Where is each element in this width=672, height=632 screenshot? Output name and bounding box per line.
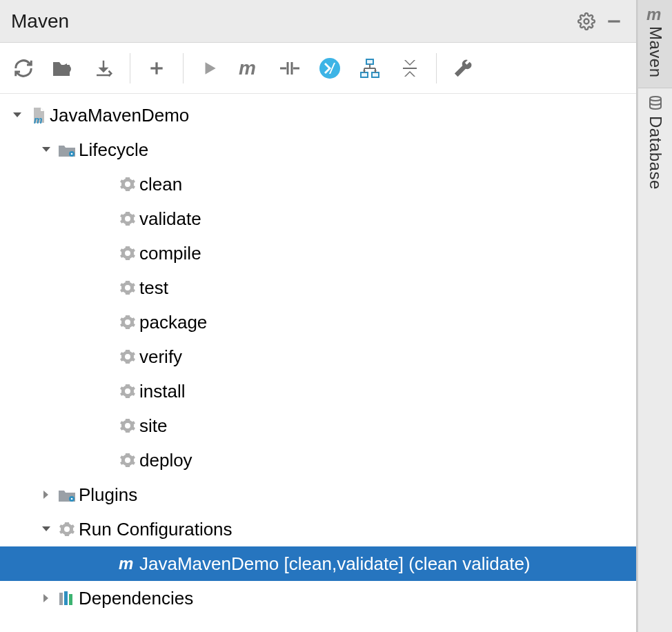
offline-icon: [279, 59, 301, 77]
run-button[interactable]: [190, 49, 229, 88]
tree-label: Dependencies: [79, 588, 193, 609]
skip-tests-button[interactable]: [310, 49, 349, 88]
tree-node-goal-install[interactable]: install: [0, 374, 636, 408]
chevron-down-icon: [7, 110, 28, 121]
tree-node-plugins[interactable]: Plugins: [0, 477, 636, 512]
tree-node-goal-site[interactable]: site: [0, 408, 636, 443]
gear-icon: [57, 521, 77, 537]
tree-node-project[interactable]: m JavaMavenDemo: [0, 98, 636, 132]
maven-settings-button[interactable]: [444, 49, 482, 88]
maven-tool-window: Maven: [0, 0, 638, 632]
download-icon: [93, 58, 114, 79]
tree-node-goal-test[interactable]: test: [0, 270, 636, 305]
svg-point-20: [71, 153, 73, 155]
chevron-right-icon: [36, 593, 57, 604]
diagram-icon: [359, 58, 380, 79]
tree-label: JavaMavenDemo: [50, 105, 189, 126]
tree-node-goal-package[interactable]: package: [0, 305, 636, 339]
execute-maven-goal-button[interactable]: m: [230, 49, 269, 88]
side-tab-database[interactable]: Database: [638, 88, 673, 199]
tree-node-goal-verify[interactable]: verify: [0, 339, 636, 374]
tree-node-dependencies[interactable]: Dependencies: [0, 581, 636, 615]
side-tab-maven[interactable]: m Maven: [638, 0, 673, 88]
tree-node-lifecycle[interactable]: Lifecycle: [0, 132, 636, 167]
gear-icon: [117, 417, 138, 434]
tree-label: JavaMavenDemo [clean,validate] (clean va…: [139, 553, 531, 575]
settings-button[interactable]: [573, 8, 600, 35]
tree-label: package: [139, 312, 207, 333]
tree-node-run-config-item[interactable]: m JavaMavenDemo [clean,validate] (clean …: [0, 546, 636, 581]
svg-rect-17: [403, 68, 417, 69]
skip-tests-icon: [319, 57, 341, 79]
maven-project-icon: m: [28, 106, 48, 124]
tree-label: Run Configurations: [79, 519, 233, 540]
toolbar-separator: [183, 53, 184, 83]
minimize-button[interactable]: [600, 8, 628, 35]
toolbar-separator: [130, 53, 130, 83]
svg-text:m: m: [239, 59, 256, 77]
tree-node-goal-validate[interactable]: validate: [0, 201, 636, 236]
plus-icon: [148, 59, 166, 77]
gear-icon: [117, 348, 138, 365]
svg-text:m: m: [646, 7, 661, 22]
tree-label: deploy: [139, 450, 192, 471]
folder-refresh-icon: [52, 58, 75, 79]
svg-rect-11: [361, 72, 368, 77]
tree-label: validate: [139, 208, 201, 230]
svg-text:m: m: [119, 556, 133, 571]
svg-rect-24: [59, 593, 63, 605]
side-tab-label: Maven: [646, 26, 665, 78]
generate-sources-button[interactable]: [44, 49, 83, 88]
svg-point-28: [650, 97, 661, 101]
svg-text:m: m: [34, 115, 42, 124]
tree-label: Lifecycle: [79, 139, 148, 161]
tree-node-goal-deploy[interactable]: deploy: [0, 443, 636, 477]
reload-button[interactable]: [4, 49, 43, 88]
chevron-down-icon: [36, 144, 57, 155]
toolbar: m: [0, 43, 636, 94]
add-project-button[interactable]: [137, 49, 176, 88]
tree-label: site: [139, 415, 167, 437]
tree-label: compile: [139, 243, 201, 264]
svg-rect-12: [372, 72, 379, 77]
gear-icon: [117, 279, 138, 296]
gear-icon: [117, 176, 138, 192]
folder-gear-icon: [57, 141, 77, 158]
library-icon: [57, 590, 77, 606]
tree-label: install: [139, 381, 185, 402]
reload-icon: [13, 58, 34, 79]
svg-rect-25: [64, 591, 68, 605]
side-tab-label: Database: [646, 116, 665, 190]
gear-icon: [117, 383, 138, 399]
collapse-all-button[interactable]: [391, 49, 429, 88]
tree-label: clean: [139, 174, 182, 195]
svg-point-0: [584, 19, 589, 23]
play-icon: [201, 59, 219, 77]
folder-gear-icon: [57, 486, 77, 503]
tree-label: verify: [139, 346, 182, 368]
right-sidebar: m Maven Database: [638, 0, 672, 632]
download-sources-button[interactable]: [84, 49, 123, 88]
maven-m-icon: m: [117, 556, 138, 571]
tool-window-header: Maven: [0, 0, 636, 43]
wrench-icon: [453, 58, 473, 79]
maven-m-icon: m: [646, 7, 664, 22]
svg-rect-26: [69, 594, 72, 605]
tree-node-run-configs[interactable]: Run Configurations: [0, 512, 636, 546]
maven-tree[interactable]: m JavaMavenDemo Lifecycle cleanvalidatec…: [0, 94, 636, 632]
gear-icon: [577, 12, 595, 30]
svg-point-22: [71, 498, 73, 500]
tool-window-title: Maven: [11, 10, 573, 32]
gear-icon: [117, 210, 138, 227]
toggle-offline-button[interactable]: [270, 49, 309, 88]
show-dependencies-button[interactable]: [350, 49, 389, 88]
tree-node-goal-clean[interactable]: clean: [0, 167, 636, 201]
tree-label: Plugins: [79, 484, 137, 506]
gear-icon: [117, 245, 138, 261]
tree-label: test: [139, 277, 168, 299]
tree-node-goal-compile[interactable]: compile: [0, 236, 636, 270]
svg-rect-10: [366, 59, 373, 64]
gear-icon: [117, 452, 138, 468]
chevron-down-icon: [36, 524, 57, 535]
collapse-icon: [400, 59, 419, 78]
